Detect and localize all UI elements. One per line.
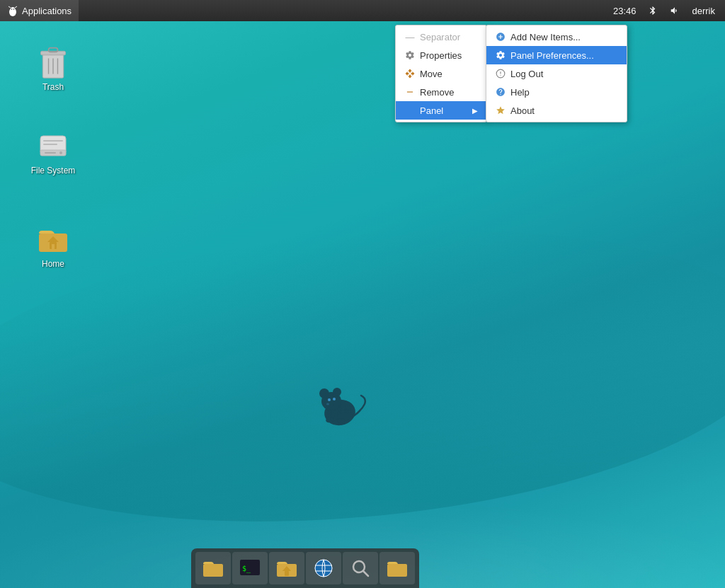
mouse-mascot [304,376,375,432]
separator-label: Separator [420,32,460,42]
taskbar-btn-extra[interactable] [379,552,415,584]
submenu-log-out[interactable]: Log Out [486,64,627,83]
taskbar-search-icon [349,557,372,580]
menu-item-panel[interactable]: Panel ▶ [396,101,486,120]
user-display[interactable]: derrik [687,0,719,21]
applications-menu[interactable]: Applications [0,0,79,21]
panel-submenu: Add New Items... Panel Preferences... Lo… [486,25,627,122]
taskbar-btn-network[interactable] [306,552,341,584]
svg-point-28 [326,403,329,405]
menu-item-properties[interactable]: Properties [396,46,486,64]
panel-right: 23:46 derrik [609,0,725,21]
separator-icon: — [404,31,416,42]
taskbar-terminal-icon: $_ [239,557,261,580]
svg-text:$_: $_ [242,565,251,573]
desktop: Applications 23:46 derrik [0,0,725,588]
svg-line-43 [363,571,368,576]
properties-icon [404,50,416,61]
panel-arrow: ▶ [472,107,478,115]
taskbar-btn-files[interactable] [195,552,231,584]
remove-icon [404,86,416,98]
log-out-label: Log Out [510,69,543,79]
applications-label: Applications [22,6,72,16]
trash-label: Trash [42,82,64,92]
taskbar-btn-home[interactable] [269,552,304,584]
submenu-about[interactable]: About [486,101,627,120]
svg-point-15 [59,151,62,154]
panel-label: Panel [420,105,443,116]
svg-point-24 [319,388,329,398]
add-new-items-label: Add New Items... [510,32,581,42]
submenu-add-new-items[interactable]: Add New Items... [486,28,627,46]
taskbar-home-icon [275,557,298,580]
move-icon [404,68,416,79]
svg-rect-32 [203,564,223,577]
taskbar-btn-terminal[interactable]: $_ [232,552,268,584]
about-icon [495,105,506,116]
home-icon-image [36,222,70,256]
add-items-icon [495,31,506,42]
time-display[interactable]: 23:46 [609,0,641,21]
applications-icon [7,5,18,16]
properties-label: Properties [420,50,462,61]
svg-rect-11 [49,48,58,52]
mouse-svg [304,376,375,432]
bottom-taskbar: $_ [191,548,419,588]
about-label: About [510,105,535,116]
panel-icon [404,105,416,116]
submenu-help[interactable]: Help [486,83,627,101]
top-panel: Applications 23:46 derrik [0,0,725,21]
menu-item-remove[interactable]: Remove [396,83,486,101]
taskbar-network-icon [312,557,335,580]
home-label: Home [42,259,64,269]
svg-line-2 [8,6,11,8]
svg-rect-37 [285,571,289,576]
taskbar-extra-icon [386,557,409,580]
filesystem-label: File System [31,166,76,175]
bluetooth-button[interactable] [644,0,662,21]
filesystem-icon-item[interactable]: File System [25,126,81,178]
svg-rect-17 [43,144,57,145]
move-label: Move [420,69,443,79]
home-svg [38,224,69,255]
trash-icon-item[interactable]: Trash [25,42,81,95]
help-label: Help [510,87,530,98]
taskbar-folder-icon [202,557,224,580]
svg-rect-16 [43,140,63,142]
filesystem-svg [38,130,69,161]
context-menu: — Separator Properties Move Remove Panel… [395,25,487,122]
svg-point-27 [333,398,336,400]
svg-point-5 [13,8,15,10]
logout-icon [495,68,506,79]
svg-point-25 [333,388,341,396]
svg-line-3 [15,6,17,8]
svg-rect-44 [387,564,407,577]
trash-icon-image [36,45,70,79]
submenu-panel-preferences[interactable]: Panel Preferences... [486,46,627,64]
filesystem-icon-image [36,129,70,163]
volume-icon [670,6,680,16]
trash-svg [38,45,69,79]
svg-rect-21 [52,244,55,249]
prefs-icon [495,50,506,61]
svg-point-26 [328,398,331,401]
volume-button[interactable] [666,0,684,21]
menu-item-move[interactable]: Move [396,64,486,83]
svg-point-4 [11,8,13,10]
svg-rect-14 [45,152,56,154]
help-icon [495,86,506,98]
bluetooth-icon [648,6,658,16]
taskbar-btn-search[interactable] [343,552,378,584]
home-icon-item[interactable]: Home [25,219,81,272]
menu-item-separator[interactable]: — Separator [396,28,486,46]
panel-preferences-label: Panel Preferences... [510,50,594,61]
remove-label: Remove [420,87,454,98]
